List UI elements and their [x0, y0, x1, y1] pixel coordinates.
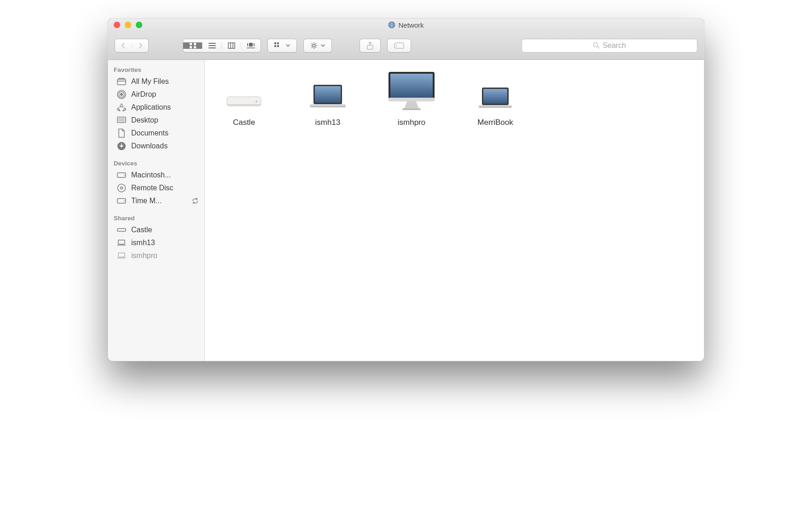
svg-point-0	[389, 22, 395, 28]
icon-grid: Castle ismh13	[219, 68, 690, 127]
svg-point-16	[120, 93, 123, 96]
share-button[interactable]	[360, 39, 381, 53]
sidebar-item-time-machine[interactable]: Time M...	[108, 194, 204, 207]
item-label: ismhpro	[386, 118, 437, 127]
svg-point-27	[124, 200, 125, 201]
downloads-icon	[116, 141, 127, 151]
sidebar-section-devices: Devices	[108, 157, 204, 169]
search-field[interactable]: Search	[522, 39, 697, 53]
svg-rect-4	[194, 46, 196, 48]
airdrop-icon	[116, 90, 127, 99]
sidebar-item-downloads[interactable]: Downloads	[108, 140, 204, 153]
macbook-icon	[470, 68, 521, 111]
view-list-button[interactable]	[203, 42, 222, 49]
sidebar-item-remote-disc[interactable]: Remote Disc	[108, 182, 204, 194]
sidebar-item-macintosh-hd[interactable]: Macintosh...	[108, 169, 204, 182]
svg-rect-10	[277, 45, 279, 47]
sidebar-item-ismh13[interactable]: ismh13	[108, 236, 204, 249]
arrange-icon	[274, 42, 284, 49]
view-mode-segmented	[183, 39, 261, 53]
network-globe-icon	[388, 21, 395, 29]
content-area[interactable]: Castle ismh13	[205, 60, 704, 361]
network-item-ismh13[interactable]: ismh13	[302, 68, 353, 127]
laptop-icon	[116, 251, 127, 260]
svg-rect-7	[274, 42, 276, 44]
toolbar: Search	[108, 31, 704, 60]
arrange-button[interactable]	[267, 39, 297, 53]
sync-icon[interactable]	[191, 197, 199, 205]
coverflow-view-icon	[246, 42, 255, 49]
svg-point-23	[124, 175, 125, 176]
hdd-icon	[116, 170, 127, 180]
sidebar-item-label: Downloads	[131, 142, 168, 150]
sidebar-item-label: All My Files	[131, 77, 169, 86]
sidebar-item-documents[interactable]: Documents	[108, 127, 204, 140]
svg-rect-15	[117, 79, 126, 85]
mac-mini-icon	[116, 225, 127, 235]
macbook-icon	[302, 68, 353, 111]
sidebar-item-label: Remote Disc	[131, 184, 174, 192]
sidebar-item-label: AirDrop	[131, 90, 156, 99]
view-column-button[interactable]	[222, 42, 241, 49]
svg-rect-2	[194, 43, 196, 45]
sidebar-item-desktop[interactable]: Desktop	[108, 114, 204, 127]
svg-rect-8	[277, 42, 279, 44]
sidebar-item-label: Desktop	[131, 116, 158, 124]
sidebar-item-castle[interactable]: Castle	[108, 223, 204, 236]
column-view-icon	[228, 42, 235, 49]
close-window-button[interactable]	[114, 22, 120, 28]
minimize-window-button[interactable]	[125, 22, 131, 28]
item-label: MerriBook	[470, 118, 521, 127]
svg-rect-37	[310, 106, 346, 107]
svg-rect-20	[118, 118, 125, 122]
sidebar-item-label: Castle	[131, 226, 152, 234]
svg-point-13	[396, 45, 397, 46]
documents-icon	[116, 129, 127, 138]
sidebar-item-all-my-files[interactable]: All My Files	[108, 75, 204, 88]
share-icon	[366, 41, 374, 50]
network-item-merribook[interactable]: MerriBook	[470, 68, 521, 127]
svg-rect-28	[117, 229, 126, 231]
tags-button[interactable]	[387, 39, 411, 53]
svg-rect-30	[118, 253, 125, 257]
sidebar-item-airdrop[interactable]: AirDrop	[108, 88, 204, 101]
back-button[interactable]	[115, 43, 132, 48]
sidebar-section-favorites: Favorites	[108, 64, 204, 75]
icon-view-icon	[189, 42, 197, 49]
applications-icon	[116, 103, 127, 112]
svg-rect-35	[315, 86, 341, 103]
sidebar-item-label: ismhpro	[131, 252, 157, 260]
svg-point-33	[256, 101, 257, 102]
svg-rect-6	[249, 43, 253, 47]
mac-mini-icon	[219, 68, 269, 111]
network-item-ismhpro[interactable]: ismhpro	[386, 68, 437, 127]
network-item-castle[interactable]: Castle	[219, 68, 269, 127]
forward-button[interactable]	[132, 43, 148, 48]
time-machine-icon	[116, 196, 127, 206]
svg-point-24	[118, 184, 126, 192]
sidebar-section-shared: Shared	[108, 212, 204, 223]
sidebar-item-applications[interactable]: Applications	[108, 101, 204, 114]
chevron-down-icon	[286, 44, 290, 47]
search-icon	[593, 42, 600, 49]
action-button[interactable]	[303, 39, 332, 53]
titlebar[interactable]: Network	[108, 19, 704, 31]
sidebar-item-label: Applications	[131, 103, 171, 112]
sidebar-item-label: ismh13	[131, 239, 155, 247]
desktop-icon	[116, 116, 127, 125]
svg-point-25	[121, 187, 123, 189]
svg-rect-40	[389, 98, 435, 101]
nav-buttons	[115, 39, 149, 53]
sidebar: Favorites All My Files AirDrop Applicati…	[108, 60, 205, 361]
window-title: Network	[108, 21, 704, 29]
svg-rect-3	[190, 46, 192, 48]
all-my-files-icon	[116, 77, 127, 86]
sidebar-item-ismhpro[interactable]: ismhpro	[108, 249, 204, 262]
laptop-icon	[116, 238, 127, 247]
svg-rect-1	[190, 43, 192, 45]
tag-icon	[394, 42, 404, 49]
view-coverflow-button[interactable]	[241, 42, 261, 49]
svg-rect-39	[390, 74, 433, 98]
view-icon-button[interactable]	[183, 42, 203, 49]
zoom-window-button[interactable]	[136, 22, 142, 28]
